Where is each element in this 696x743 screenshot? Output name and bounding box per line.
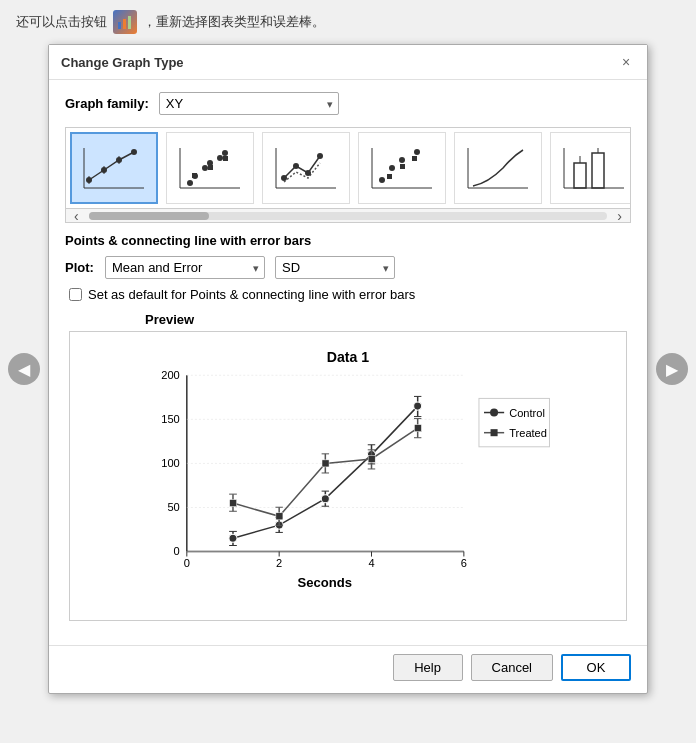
svg-text:6: 6	[461, 557, 467, 569]
svg-point-93	[414, 402, 422, 410]
thumbnails-scrollbar: ‹ ›	[66, 208, 630, 222]
svg-point-14	[187, 180, 193, 186]
plot-row: Plot: Mean and Error Mean Median SD SEM …	[65, 256, 631, 279]
svg-text:2: 2	[276, 557, 282, 569]
svg-rect-111	[322, 460, 329, 467]
svg-point-31	[379, 177, 385, 183]
dialog-wrapper: ◀ Change Graph Type × Graph family: XY C…	[0, 44, 696, 694]
svg-text:4: 4	[368, 557, 374, 569]
dialog-footer: Help Cancel OK	[49, 645, 647, 693]
svg-rect-43	[592, 153, 604, 188]
svg-point-91	[321, 495, 329, 503]
svg-text:0: 0	[174, 545, 180, 557]
svg-text:Data 1: Data 1	[327, 349, 369, 365]
top-instruction: 还可以点击按钮 ，重新选择图表类型和误差棒。	[0, 0, 696, 44]
svg-point-32	[389, 165, 395, 171]
svg-point-16	[202, 165, 208, 171]
svg-rect-22	[223, 156, 228, 161]
help-button[interactable]: Help	[393, 654, 463, 681]
thumbnail-1[interactable]	[70, 132, 158, 204]
graph-family-select-wrapper: XY Column Row Grouped	[159, 92, 339, 115]
svg-point-89	[229, 534, 237, 542]
thumbnail-5[interactable]	[454, 132, 542, 204]
svg-text:100: 100	[161, 457, 179, 469]
cancel-button[interactable]: Cancel	[471, 654, 553, 681]
svg-text:Treated: Treated	[509, 427, 547, 439]
dialog-title: Change Graph Type	[61, 55, 184, 70]
svg-rect-109	[230, 500, 237, 507]
thumbnail-6[interactable]	[550, 132, 630, 204]
instruction-text-after: ，重新选择图表类型和误差棒。	[143, 13, 325, 31]
graph-thumbnails-container: ‹ ›	[65, 127, 631, 223]
plot-select[interactable]: Mean and Error Mean Median	[105, 256, 265, 279]
svg-rect-21	[208, 165, 213, 170]
svg-text:0: 0	[184, 557, 190, 569]
svg-rect-42	[574, 163, 586, 188]
change-graph-type-dialog: Change Graph Type × Graph family: XY Col…	[48, 44, 648, 694]
thumbnail-2[interactable]	[166, 132, 254, 204]
preview-chart: Data 1 0 50 100	[78, 340, 618, 612]
scroll-left-arrow[interactable]: ‹	[68, 206, 85, 226]
set-default-label: Set as default for Points & connecting l…	[88, 287, 415, 302]
svg-rect-36	[400, 164, 405, 169]
chart-icon[interactable]	[113, 10, 137, 34]
plot-select-wrapper: Mean and Error Mean Median	[105, 256, 265, 279]
svg-rect-2	[128, 16, 131, 29]
preview-section: Preview Data 1 0	[65, 312, 631, 621]
instruction-text-before: 还可以点击按钮	[16, 13, 107, 31]
thumbnail-4[interactable]	[358, 132, 446, 204]
ok-button[interactable]: OK	[561, 654, 631, 681]
default-checkbox-row: Set as default for Points & connecting l…	[65, 287, 631, 302]
svg-text:150: 150	[161, 413, 179, 425]
graph-family-label: Graph family:	[65, 96, 149, 111]
scroll-track[interactable]	[89, 212, 608, 220]
svg-rect-1	[123, 19, 126, 29]
preview-box: Data 1 0 50 100	[69, 331, 627, 621]
scroll-right-arrow[interactable]: ›	[611, 206, 628, 226]
preview-label: Preview	[65, 312, 631, 327]
svg-rect-112	[368, 455, 375, 462]
svg-rect-20	[192, 173, 197, 178]
dialog-titlebar: Change Graph Type ×	[49, 45, 647, 80]
svg-point-19	[222, 150, 228, 156]
graph-family-select[interactable]: XY Column Row Grouped	[159, 92, 339, 115]
svg-text:50: 50	[167, 501, 179, 513]
svg-point-26	[293, 163, 299, 169]
svg-rect-37	[412, 156, 417, 161]
graph-thumbnails-scroll	[66, 128, 630, 208]
svg-rect-110	[276, 513, 283, 520]
close-button[interactable]: ×	[617, 53, 635, 71]
svg-point-18	[217, 155, 223, 161]
error-select[interactable]: SD SEM 95% CI	[275, 256, 395, 279]
dialog-content: Graph family: XY Column Row Grouped	[49, 80, 647, 645]
svg-text:Control: Control	[509, 407, 545, 419]
nav-right-arrow[interactable]: ▶	[656, 353, 688, 385]
section-title: Points & connecting line with error bars	[65, 233, 631, 248]
svg-rect-119	[491, 429, 498, 436]
nav-left-arrow[interactable]: ◀	[8, 353, 40, 385]
svg-rect-35	[387, 174, 392, 179]
svg-point-25	[281, 175, 287, 181]
graph-family-row: Graph family: XY Column Row Grouped	[65, 92, 631, 115]
svg-text:200: 200	[161, 369, 179, 381]
error-select-wrapper: SD SEM 95% CI	[275, 256, 395, 279]
svg-point-28	[317, 153, 323, 159]
svg-point-8	[131, 149, 137, 155]
svg-rect-0	[118, 22, 121, 29]
svg-point-116	[490, 409, 498, 417]
svg-text:Seconds: Seconds	[298, 575, 353, 590]
scroll-thumb	[89, 212, 209, 220]
svg-point-34	[414, 149, 420, 155]
svg-rect-113	[414, 425, 421, 432]
set-default-checkbox[interactable]	[69, 288, 82, 301]
thumbnail-3[interactable]	[262, 132, 350, 204]
plot-label: Plot:	[65, 260, 95, 275]
svg-point-27	[305, 170, 311, 176]
svg-point-33	[399, 157, 405, 163]
